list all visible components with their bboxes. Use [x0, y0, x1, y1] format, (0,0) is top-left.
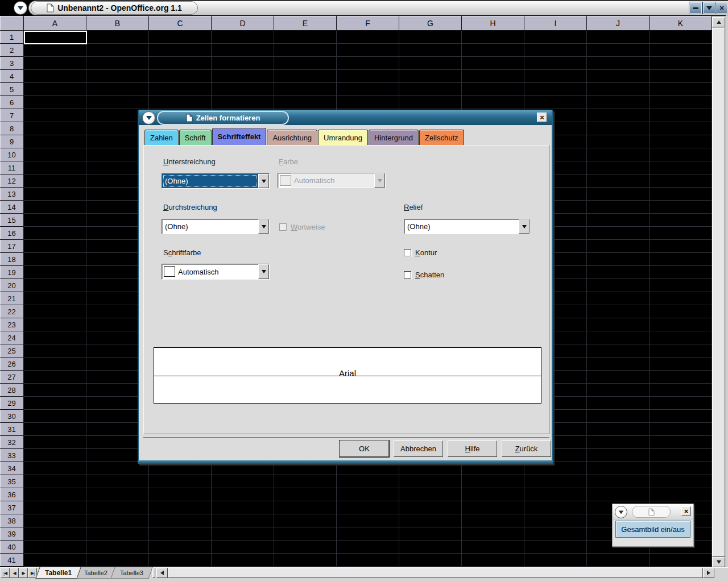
window-menu-button[interactable]: [14, 1, 27, 15]
minimize-button[interactable]: [689, 2, 702, 14]
row-header-19[interactable]: 19: [0, 266, 24, 279]
row-header-3[interactable]: 3: [0, 57, 24, 70]
row-header-17[interactable]: 17: [0, 240, 24, 253]
row-header-16[interactable]: 16: [0, 227, 24, 240]
column-header-h[interactable]: H: [462, 16, 524, 31]
tab-zahlen[interactable]: Zahlen: [144, 130, 179, 145]
schatten-checkbox[interactable]: Schatten: [404, 271, 444, 279]
float-close-button[interactable]: ×: [681, 506, 691, 516]
unterstreichung-dropdown[interactable]: (Ohne): [162, 173, 270, 189]
close-button[interactable]: ×: [715, 2, 728, 14]
column-header-k[interactable]: K: [650, 16, 712, 31]
row-header-30[interactable]: 30: [0, 410, 24, 423]
relief-dropdown[interactable]: (Ohne): [404, 219, 530, 234]
row-header-7[interactable]: 7: [0, 109, 24, 122]
column-header-a[interactable]: A: [24, 16, 86, 31]
row-header-15[interactable]: 15: [0, 214, 24, 227]
row-header-28[interactable]: 28: [0, 384, 24, 397]
column-header-i[interactable]: I: [524, 16, 587, 31]
row-header-20[interactable]: 20: [0, 279, 24, 292]
tab-scrollbar-splitter[interactable]: [152, 568, 155, 578]
row-header-9[interactable]: 9: [0, 135, 24, 148]
row-header-23[interactable]: 23: [0, 318, 24, 331]
row-header-38[interactable]: 38: [0, 514, 24, 527]
row-header-21[interactable]: 21: [0, 292, 24, 305]
row-header-8[interactable]: 8: [0, 122, 24, 135]
column-header-d[interactable]: D: [212, 16, 274, 31]
row-header-14[interactable]: 14: [0, 201, 24, 214]
column-header-f[interactable]: F: [337, 16, 399, 31]
row-header-35[interactable]: 35: [0, 475, 24, 488]
kontur-checkbox[interactable]: Kontur: [404, 248, 437, 257]
row-header-34[interactable]: 34: [0, 462, 24, 475]
column-header-g[interactable]: G: [399, 16, 462, 31]
row-header-33[interactable]: 33: [0, 449, 24, 462]
column-header-b[interactable]: B: [86, 16, 149, 31]
row-header-12[interactable]: 12: [0, 174, 24, 188]
row-header-37[interactable]: 37: [0, 501, 24, 514]
chevron-down-icon[interactable]: [258, 174, 269, 188]
column-header-e[interactable]: E: [274, 16, 337, 31]
tab-schrifteffekt[interactable]: Schrifteffekt: [212, 128, 267, 145]
tab-umrandung[interactable]: Umrandung: [318, 130, 368, 145]
row-header-25[interactable]: 25: [0, 344, 24, 357]
row-header-36[interactable]: 36: [0, 488, 24, 501]
row-header-24[interactable]: 24: [0, 331, 24, 344]
shade-button[interactable]: [703, 2, 715, 14]
ok-button[interactable]: OK: [340, 440, 389, 457]
row-header-26[interactable]: 26: [0, 357, 24, 371]
row-header-39[interactable]: 39: [0, 527, 24, 541]
row-header-13[interactable]: 13: [0, 188, 24, 201]
float-menu-button[interactable]: [615, 506, 627, 518]
row-header-32[interactable]: 32: [0, 436, 24, 449]
chevron-down-icon[interactable]: [258, 264, 269, 279]
gesamtbild-button[interactable]: Gesamtbild ein/aus: [615, 521, 690, 538]
sheet-tab-tabelle1[interactable]: Tabelle1: [35, 567, 81, 579]
vertical-scroll-thumb[interactable]: [712, 28, 725, 557]
tab-ausrichtung[interactable]: Ausrichtung: [267, 130, 317, 145]
scroll-up-button[interactable]: [712, 17, 725, 27]
dialog-titlebar[interactable]: Zellen formatieren ×: [139, 110, 552, 125]
dialog-close-button[interactable]: ×: [537, 113, 547, 122]
durchstreichung-dropdown[interactable]: (Ohne): [162, 219, 270, 234]
tab-schrift[interactable]: Schrift: [179, 130, 212, 145]
row-header-27[interactable]: 27: [0, 371, 24, 384]
row-header-41[interactable]: 41: [0, 554, 24, 567]
row-header-5[interactable]: 5: [0, 83, 24, 96]
tab-zellschutz[interactable]: Zellschutz: [419, 130, 464, 145]
selected-cell-a1[interactable]: [24, 31, 87, 44]
checkbox-box[interactable]: [404, 249, 411, 256]
schriftfarbe-dropdown[interactable]: Automatisch: [162, 264, 270, 280]
row-header-6[interactable]: 6: [0, 96, 24, 109]
row-header-11[interactable]: 11: [0, 161, 24, 174]
row-header-22[interactable]: 22: [0, 305, 24, 318]
row-header-31[interactable]: 31: [0, 423, 24, 436]
float-titlebar[interactable]: ×: [613, 504, 693, 519]
vertical-scrollbar[interactable]: [712, 16, 726, 567]
first-sheet-button[interactable]: |◀: [1, 568, 10, 578]
dialog-menu-button[interactable]: [142, 111, 155, 124]
previous-sheet-button[interactable]: ◀: [10, 568, 19, 578]
scroll-down-button[interactable]: [712, 557, 725, 567]
row-header-4[interactable]: 4: [0, 70, 24, 83]
abbrechen-button[interactable]: Abbrechen: [394, 440, 443, 457]
row-header-40[interactable]: 40: [0, 541, 24, 554]
row-header-10[interactable]: 10: [0, 148, 24, 161]
row-header-2[interactable]: 2: [0, 44, 24, 57]
select-all-corner[interactable]: [0, 16, 24, 31]
next-sheet-button[interactable]: ▶: [19, 568, 28, 578]
horizontal-scroll-thumb[interactable]: [168, 568, 703, 578]
column-header-c[interactable]: C: [149, 16, 212, 31]
row-header-18[interactable]: 18: [0, 253, 24, 266]
row-header-29[interactable]: 29: [0, 397, 24, 410]
sheet-tab-tabelle3[interactable]: Tabelle3: [110, 567, 152, 579]
tab-hintergrund[interactable]: Hintergrund: [369, 130, 419, 145]
zurck-button[interactable]: Zurück: [502, 440, 551, 457]
chevron-down-icon[interactable]: [519, 219, 530, 234]
chevron-down-icon[interactable]: [258, 219, 269, 234]
column-header-j[interactable]: J: [587, 16, 650, 31]
checkbox-box[interactable]: [404, 271, 411, 278]
scroll-right-button[interactable]: [703, 568, 714, 578]
row-header-1[interactable]: 1: [0, 31, 24, 44]
hilfe-button[interactable]: Hilfe: [448, 440, 497, 457]
